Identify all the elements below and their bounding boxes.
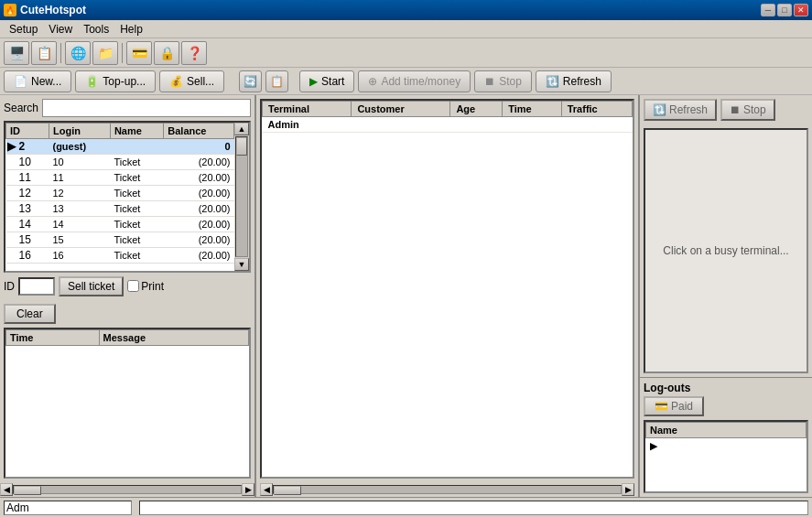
toolbar-btn-5[interactable]: 💳 xyxy=(126,41,152,65)
terminal-hscroll-track[interactable] xyxy=(273,485,622,494)
col-login: Login xyxy=(49,124,110,139)
user-table-row[interactable]: 13 13 Ticket (20.00) xyxy=(6,201,234,217)
vertical-scrollbar[interactable]: ▲ ▼ xyxy=(234,123,249,271)
terminal-hscroll-thumb[interactable] xyxy=(274,486,301,495)
search-label: Search xyxy=(4,102,38,114)
left-panel: Search ID Login Name Balance xyxy=(0,95,256,497)
menu-setup[interactable]: Setup xyxy=(4,21,43,38)
toolbar-btn-3[interactable]: 🌐 xyxy=(65,41,91,65)
id-input[interactable] xyxy=(18,277,55,296)
scroll-thumb[interactable] xyxy=(236,137,247,156)
sell-button[interactable]: 💰 Sell... xyxy=(159,70,224,92)
name-table: Name ▶ xyxy=(645,422,807,454)
scroll-up-arrow[interactable]: ▲ xyxy=(234,123,249,135)
print-label: Print xyxy=(127,280,164,293)
terminal-hscroll-left[interactable]: ◀ xyxy=(260,483,273,496)
toolbar-separator-2 xyxy=(122,43,123,63)
clear-button[interactable]: Clear xyxy=(4,304,56,324)
cell-name: Ticket xyxy=(110,170,163,186)
sell-ticket-button[interactable]: Sell ticket xyxy=(59,276,124,296)
hscroll-left-arrow[interactable]: ◀ xyxy=(0,483,13,496)
admin-row[interactable]: Admin xyxy=(263,117,633,133)
paid-icon: 💳 xyxy=(655,400,668,413)
close-button[interactable]: ✕ xyxy=(794,4,808,16)
cell-balance: (20.00) xyxy=(164,155,234,170)
terminal-hscroll-right[interactable]: ▶ xyxy=(622,483,634,496)
sidebar-stop-button[interactable]: ⏹ Stop xyxy=(720,99,775,121)
topup-button[interactable]: 🔋 Top-up... xyxy=(75,70,156,92)
start-button[interactable]: ▶ Start xyxy=(299,70,354,92)
user-table-row[interactable]: 12 12 Ticket (20.00) xyxy=(6,186,234,201)
admin-time-cell xyxy=(503,117,562,133)
logouts-label: Log-outs xyxy=(644,382,808,394)
col-balance: Balance xyxy=(164,124,234,139)
click-terminal-msg: Click on a busy terminal... xyxy=(644,128,808,373)
log-col-message: Message xyxy=(99,329,248,345)
toolbar-btn-7[interactable]: ❓ xyxy=(181,41,207,65)
cell-id: ▶ 2 xyxy=(6,139,49,155)
terminal-col-time: Time xyxy=(503,102,562,117)
sell-controls: ID Sell ticket Print xyxy=(0,273,254,300)
paid-button[interactable]: 💳 Paid xyxy=(644,396,704,416)
col-id: ID xyxy=(6,124,49,139)
statusbar: Adm xyxy=(0,497,812,517)
scroll-track[interactable] xyxy=(235,136,248,257)
user-table-row[interactable]: 14 14 Ticket (20.00) xyxy=(6,217,234,232)
terminal-hscroll[interactable]: ◀ ▶ xyxy=(256,482,638,497)
cell-balance: (20.00) xyxy=(164,217,234,232)
minimize-button[interactable]: ─ xyxy=(761,4,775,16)
cell-id: 14 xyxy=(6,217,49,232)
reload-button[interactable]: 🔄 xyxy=(239,70,262,92)
toolbar-btn-6[interactable]: 🔒 xyxy=(154,41,179,65)
menu-help[interactable]: Help xyxy=(114,21,148,38)
admin-customer-cell xyxy=(352,117,450,133)
user-table-row[interactable]: 16 16 Ticket (20.00) xyxy=(6,248,234,264)
search-row: Search xyxy=(0,95,254,121)
cell-id: 11 xyxy=(6,170,49,186)
status-right xyxy=(139,501,808,515)
hscroll-thumb[interactable] xyxy=(14,486,41,495)
left-hscroll[interactable]: ◀ ▶ xyxy=(0,482,254,497)
terminal-col-traffic: Traffic xyxy=(561,102,632,117)
right-sidebar: 🔃 Refresh ⏹ Stop Click on a busy termina… xyxy=(638,95,812,497)
id-label: ID xyxy=(4,280,15,293)
user-table-row[interactable]: 11 11 Ticket (20.00) xyxy=(6,170,234,186)
hscroll-right-arrow[interactable]: ▶ xyxy=(242,483,254,496)
user-table-row[interactable]: 10 10 Ticket (20.00) xyxy=(6,155,234,170)
cell-name: Ticket xyxy=(110,155,163,170)
logouts-section: Log-outs 💳 Paid Name ▶ xyxy=(640,377,812,497)
toolbar-btn-2[interactable]: 📋 xyxy=(31,41,57,65)
new-button[interactable]: 📄 New... xyxy=(4,70,71,92)
cell-balance: (20.00) xyxy=(164,186,234,201)
print-checkbox[interactable] xyxy=(127,280,139,292)
copy-button[interactable]: 📋 xyxy=(265,70,288,92)
sidebar-refresh-icon: 🔃 xyxy=(653,103,666,116)
menu-view[interactable]: View xyxy=(43,21,78,38)
stop-button[interactable]: ⏹ Stop xyxy=(474,70,532,92)
terminal-col-age: Age xyxy=(450,102,503,117)
user-table-row[interactable]: 15 15 Ticket (20.00) xyxy=(6,232,234,248)
hscroll-track[interactable] xyxy=(13,485,242,494)
user-table-row[interactable]: ▶ 2 (guest) 0 xyxy=(6,139,234,155)
addtime-icon: ⊕ xyxy=(368,75,377,88)
menu-tools[interactable]: Tools xyxy=(78,21,114,38)
search-input[interactable] xyxy=(42,99,251,117)
maximize-button[interactable]: □ xyxy=(777,4,792,16)
refresh-button[interactable]: 🔃 Refresh xyxy=(536,70,612,92)
addtime-button[interactable]: ⊕ Add time/money xyxy=(358,70,471,92)
toolbar-btn-1[interactable]: 🖥️ xyxy=(4,41,29,65)
new-icon: 📄 xyxy=(14,75,27,88)
start-icon: ▶ xyxy=(309,75,318,88)
cell-name xyxy=(110,139,163,155)
toolbar-btn-4[interactable]: 📁 xyxy=(92,41,118,65)
topup-icon: 🔋 xyxy=(85,75,99,88)
scroll-down-arrow[interactable]: ▼ xyxy=(234,258,249,271)
cell-login: 16 xyxy=(49,248,110,264)
terminal-col-terminal: Terminal xyxy=(263,102,352,117)
user-table-container: ID Login Name Balance ▶ 2 (guest) 0 xyxy=(4,121,251,273)
stop-icon: ⏹ xyxy=(484,75,495,88)
main-container: Search ID Login Name Balance xyxy=(0,95,812,497)
cell-login: (guest) xyxy=(49,139,110,155)
clear-row: Clear xyxy=(0,300,254,328)
sidebar-refresh-button[interactable]: 🔃 Refresh xyxy=(644,99,717,121)
